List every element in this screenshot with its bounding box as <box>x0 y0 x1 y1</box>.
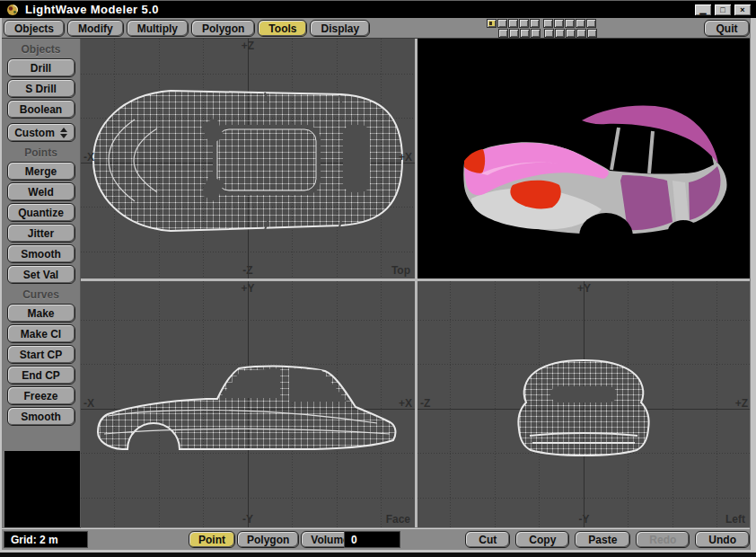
viewport-name-left: Left <box>725 513 745 526</box>
boolean-button[interactable]: Boolean <box>7 100 75 119</box>
set-val-button[interactable]: Set Val <box>7 265 75 284</box>
axis-label-bottom: -Y <box>579 513 590 526</box>
window-title: LightWave Modeler 5.0 <box>25 3 159 16</box>
window-controls: ▁ □ × <box>694 4 752 16</box>
window-border-right <box>750 18 756 550</box>
start-cp-button[interactable]: Start CP <box>7 345 75 364</box>
top-view-canvas <box>81 39 415 278</box>
redo-button: Redo <box>636 531 690 548</box>
layer-cell[interactable] <box>519 19 529 28</box>
menu-button-polygon[interactable]: Polygon <box>191 20 255 37</box>
car-rear-wireframe <box>518 360 648 455</box>
edit-actions-group: Cut Copy Paste Redo Undo <box>465 531 750 548</box>
layer-cell[interactable] <box>530 19 540 28</box>
axis-label-top: +Y <box>241 282 254 295</box>
smooth-points-button[interactable]: Smooth <box>7 244 75 263</box>
smooth-curves-button[interactable]: Smooth <box>7 407 75 426</box>
section-title-objects: Objects <box>2 44 80 56</box>
layer-cell[interactable] <box>576 19 585 28</box>
layer-cell[interactable] <box>520 29 530 38</box>
axis-label-left: -Z <box>420 397 430 410</box>
axis-label-right: +X <box>399 151 412 164</box>
minimize-button[interactable]: ▁ <box>694 4 712 16</box>
end-cp-button[interactable]: End CP <box>7 366 75 385</box>
merge-button[interactable]: Merge <box>7 162 75 181</box>
axis-label-bottom: -Z <box>242 264 252 277</box>
layer-cell[interactable] <box>576 29 586 38</box>
layer-bank-background-row <box>487 29 597 38</box>
shading-preview-box <box>4 451 80 527</box>
app-window: LightWave Modeler 5.0 ▁ □ × Objects Modi… <box>0 0 756 557</box>
layer-cell[interactable] <box>497 19 507 28</box>
make-cl-button[interactable]: Make Cl <box>7 324 75 343</box>
quantize-button[interactable]: Quantize <box>7 203 75 222</box>
axis-label-left: -X <box>84 397 94 410</box>
section-title-curves: Curves <box>2 289 80 301</box>
maximize-button[interactable]: □ <box>714 4 732 16</box>
rear-window-cutout <box>550 386 617 402</box>
layer-bank-foreground-row <box>487 19 597 28</box>
rear-window-cutout <box>343 125 370 192</box>
paste-button[interactable]: Paste <box>575 531 630 548</box>
mode-button-polygon[interactable]: Polygon <box>237 531 299 548</box>
menu-button-tools[interactable]: Tools <box>258 20 307 37</box>
copy-button[interactable]: Copy <box>515 531 569 548</box>
layer-cell[interactable] <box>543 19 553 28</box>
viewport-grid: +Z -X +X -Z Top <box>81 39 751 527</box>
layer-cell[interactable] <box>555 29 565 38</box>
layer-cell[interactable] <box>498 29 508 38</box>
axis-label-right: +X <box>399 397 412 410</box>
s-drill-button[interactable]: S Drill <box>7 79 75 98</box>
door-front-purple <box>620 175 672 230</box>
weld-button[interactable]: Weld <box>7 182 75 201</box>
layer-cell[interactable] <box>586 19 596 28</box>
axis-label-top: +Y <box>577 282 591 295</box>
left-view-canvas <box>418 281 751 527</box>
layer-cell[interactable] <box>587 29 597 38</box>
viewport-name-top: Top <box>391 264 410 277</box>
jitter-button[interactable]: Jitter <box>7 224 75 243</box>
mode-button-point[interactable]: Point <box>189 531 235 548</box>
layer-cell[interactable] <box>565 19 575 28</box>
layer-bank <box>487 19 597 38</box>
front-wheel-arch <box>579 213 633 260</box>
axis-label-top: +Z <box>242 40 254 52</box>
layer-cell[interactable] <box>566 29 576 38</box>
layer-cell-selected[interactable] <box>487 19 497 28</box>
menu-button-objects[interactable]: Objects <box>4 20 65 37</box>
layer-cell[interactable] <box>531 29 541 38</box>
freeze-button[interactable]: Freeze <box>7 386 75 405</box>
shaded-car <box>463 106 726 260</box>
cut-button[interactable]: Cut <box>465 531 510 548</box>
toolbar: Objects Modify Multiply Polygon Tools Di… <box>0 18 756 39</box>
axis-label-bottom: -Y <box>242 513 253 526</box>
layer-cell[interactable] <box>554 19 564 28</box>
car-top-wireframe <box>93 91 402 231</box>
menu-bar: Objects Modify Multiply Polygon Tools Di… <box>4 20 370 37</box>
section-title-points: Points <box>2 147 80 159</box>
custom-dropdown-label: Custom <box>14 127 55 139</box>
viewport-left[interactable]: +Y -Z +Z -Y Left <box>418 281 751 527</box>
car-side-wireframe <box>98 367 395 449</box>
menu-button-display[interactable]: Display <box>310 20 370 37</box>
quit-button[interactable]: Quit <box>704 20 750 37</box>
drill-button[interactable]: Drill <box>7 58 75 77</box>
make-button[interactable]: Make <box>7 304 75 323</box>
menu-button-modify[interactable]: Modify <box>67 20 124 37</box>
axis-label-right: +Z <box>735 397 748 410</box>
menu-button-multiply[interactable]: Multiply <box>127 20 189 37</box>
layer-cell[interactable] <box>544 29 554 38</box>
viewport-preview[interactable] <box>418 39 751 278</box>
dropdown-arrows-icon <box>60 128 67 138</box>
selection-counter: 0 <box>344 531 400 548</box>
titlebar: LightWave Modeler 5.0 ▁ □ × <box>0 0 756 18</box>
close-button[interactable]: × <box>734 4 752 16</box>
face-view-canvas <box>81 281 415 527</box>
viewport-face[interactable]: +Y -X +X -Y Face <box>81 281 415 527</box>
viewport-top[interactable]: +Z -X +X -Z Top <box>81 39 415 278</box>
custom-dropdown[interactable]: Custom <box>7 123 75 142</box>
layer-cell[interactable] <box>508 19 518 28</box>
undo-button[interactable]: Undo <box>695 531 750 548</box>
axis-label-left: -X <box>84 151 94 164</box>
layer-cell[interactable] <box>509 29 519 38</box>
